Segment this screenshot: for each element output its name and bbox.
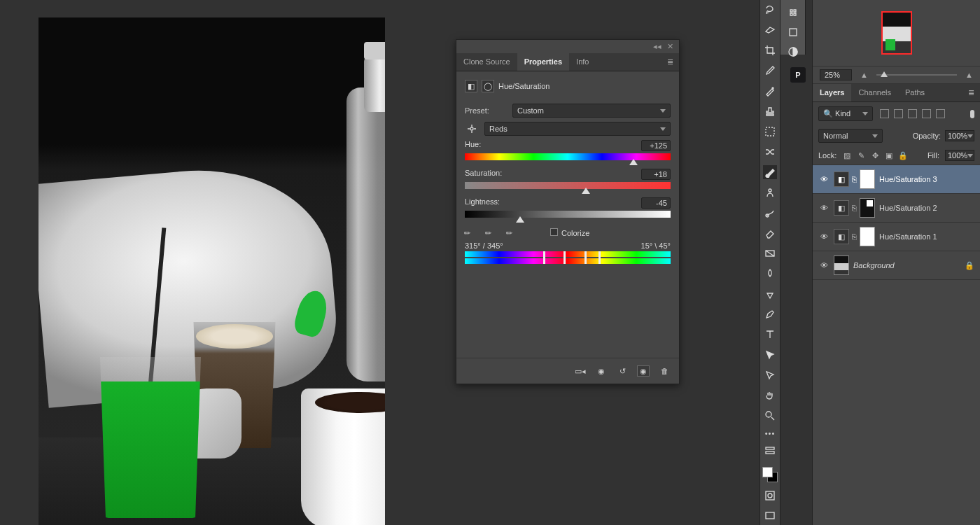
crop-tool-icon[interactable] [763, 43, 777, 57]
toggle-visibility-icon[interactable]: ◉ [637, 365, 650, 377]
layer-name[interactable]: Background [853, 261, 960, 270]
more-tools-icon[interactable]: ••• [765, 429, 776, 438]
tab-info[interactable]: Info [569, 53, 596, 71]
marquee-tool-icon[interactable] [763, 125, 777, 139]
link-icon[interactable]: ⎘ [852, 175, 857, 183]
filter-toggle[interactable] [970, 110, 974, 118]
layer-thumbnail[interactable] [834, 255, 849, 275]
visibility-toggle-icon[interactable]: 👁 [818, 232, 830, 241]
layer-mask[interactable] [860, 169, 875, 189]
navigator-thumbnail[interactable] [881, 11, 912, 55]
layer-filter-select[interactable]: 🔍 Kind [818, 106, 873, 121]
lock-artboard-icon[interactable]: ▣ [884, 150, 894, 160]
tab-properties[interactable]: Properties [517, 53, 569, 71]
history-brush-tool-icon[interactable] [763, 206, 777, 220]
shuffle-tool-icon[interactable] [763, 145, 777, 159]
navigator-panel[interactable] [813, 0, 980, 66]
lock-position-icon[interactable]: ✥ [870, 150, 880, 160]
view-previous-icon[interactable]: ◉ [595, 365, 608, 377]
tab-layers[interactable]: Layers [813, 84, 851, 102]
lock-pixels-icon[interactable]: ✎ [856, 150, 866, 160]
healing-brush-tool-icon[interactable] [763, 84, 777, 98]
person-tool-icon[interactable] [763, 186, 777, 200]
filter-pixel-icon[interactable] [880, 109, 889, 118]
layer-mask[interactable] [860, 198, 875, 218]
reset-icon[interactable]: ↺ [616, 365, 629, 377]
zoom-out-icon[interactable]: ▲ [860, 71, 868, 79]
hue-value[interactable]: +125 [641, 140, 671, 151]
aux-contrast-icon[interactable] [786, 45, 800, 59]
color-range-slider[interactable] [465, 251, 671, 264]
lightness-value[interactable]: -45 [641, 197, 671, 209]
layer-row[interactable]: 👁 Background 🔒 [813, 251, 980, 280]
tab-clone-source[interactable]: Clone Source [456, 53, 517, 71]
direct-select-tool-icon[interactable] [763, 368, 777, 382]
colorize-checkbox[interactable]: Colorize [550, 228, 589, 237]
link-icon[interactable]: ⎘ [852, 204, 857, 212]
eraser-tool-icon[interactable] [763, 226, 777, 240]
filter-shape-icon[interactable] [922, 109, 931, 118]
layer-row[interactable]: 👁 ◧⎘ Hue/Saturation 3 [813, 165, 980, 194]
panel-menu-icon[interactable]: ≣ [662, 53, 679, 71]
layer-name[interactable]: Hue/Saturation 3 [879, 175, 974, 183]
channel-select[interactable]: Reds [484, 122, 671, 136]
visibility-toggle-icon[interactable]: 👁 [818, 204, 830, 212]
layer-name[interactable]: Hue/Saturation 1 [879, 232, 974, 241]
eyedropper-icon[interactable]: ✎ [462, 223, 479, 241]
quick-select-tool-icon[interactable] [763, 23, 777, 37]
eyedropper-tool-icon[interactable] [763, 64, 777, 78]
filter-adjust-icon[interactable] [894, 109, 903, 118]
fill-value[interactable]: 100% [945, 150, 974, 161]
aux-brush-icon[interactable] [786, 6, 800, 20]
hand-tool-icon[interactable] [763, 388, 777, 402]
screenmode-icon[interactable] [763, 509, 777, 523]
layer-mask[interactable] [860, 227, 875, 246]
zoom-value[interactable]: 25% [820, 69, 852, 80]
targeted-adjust-icon[interactable] [465, 122, 479, 136]
type-tool-icon[interactable] [763, 328, 777, 342]
eyedropper-subtract-icon[interactable]: ✎ [504, 223, 522, 241]
preset-select[interactable]: Custom [512, 104, 671, 118]
clip-to-layer-icon[interactable]: ▭◂ [574, 365, 587, 377]
visibility-toggle-icon[interactable]: 👁 [818, 261, 830, 270]
stamp-tool-icon[interactable] [763, 104, 777, 118]
zoom-tool-icon[interactable] [763, 409, 777, 423]
layer-name[interactable]: Hue/Saturation 2 [879, 204, 974, 212]
lock-indicator-icon[interactable]: 🔒 [965, 261, 974, 270]
lock-transparency-icon[interactable]: ▨ [842, 150, 852, 160]
filter-smart-icon[interactable] [936, 109, 945, 118]
opacity-value[interactable]: 100% [945, 130, 974, 141]
hue-slider[interactable] [465, 153, 671, 160]
collapse-icon[interactable]: ◂◂ [653, 42, 662, 51]
blend-mode-select[interactable]: Normal [818, 129, 883, 143]
saturation-slider[interactable] [465, 182, 671, 189]
pexels-icon[interactable]: P [790, 67, 806, 83]
brush-tool-icon[interactable] [763, 165, 777, 179]
color-swatches[interactable] [762, 467, 778, 482]
zoom-in-icon[interactable]: ▲ [965, 71, 973, 79]
pen-tool-icon[interactable] [763, 307, 777, 321]
filter-type-icon[interactable] [908, 109, 917, 118]
tab-paths[interactable]: Paths [898, 84, 932, 102]
tab-channels[interactable]: Channels [851, 84, 897, 102]
zoom-slider[interactable] [876, 74, 957, 76]
lock-all-icon[interactable]: 🔒 [898, 150, 908, 160]
smudge-tool-icon[interactable] [763, 267, 777, 281]
close-icon[interactable]: ✕ [667, 42, 673, 51]
aux-adjust-icon[interactable] [786, 25, 800, 39]
lasso-tool-icon[interactable] [763, 3, 777, 17]
delete-icon[interactable]: 🗑 [658, 365, 671, 377]
path-select-tool-icon[interactable] [763, 348, 777, 362]
edit-toolbar-icon[interactable] [763, 444, 777, 458]
gradient-tool-icon[interactable] [763, 246, 777, 260]
visibility-toggle-icon[interactable]: 👁 [818, 175, 830, 183]
document-image[interactable] [38, 18, 385, 525]
quickmask-icon[interactable] [763, 489, 777, 503]
layers-menu-icon[interactable]: ≣ [962, 84, 980, 102]
sponge-tool-icon[interactable] [763, 287, 777, 301]
link-icon[interactable]: ⎘ [852, 232, 857, 241]
lightness-slider[interactable] [465, 211, 671, 218]
saturation-value[interactable]: +18 [641, 169, 671, 180]
layer-row[interactable]: 👁 ◧⎘ Hue/Saturation 1 [813, 223, 980, 251]
eyedropper-add-icon[interactable]: ✎ [483, 223, 500, 241]
